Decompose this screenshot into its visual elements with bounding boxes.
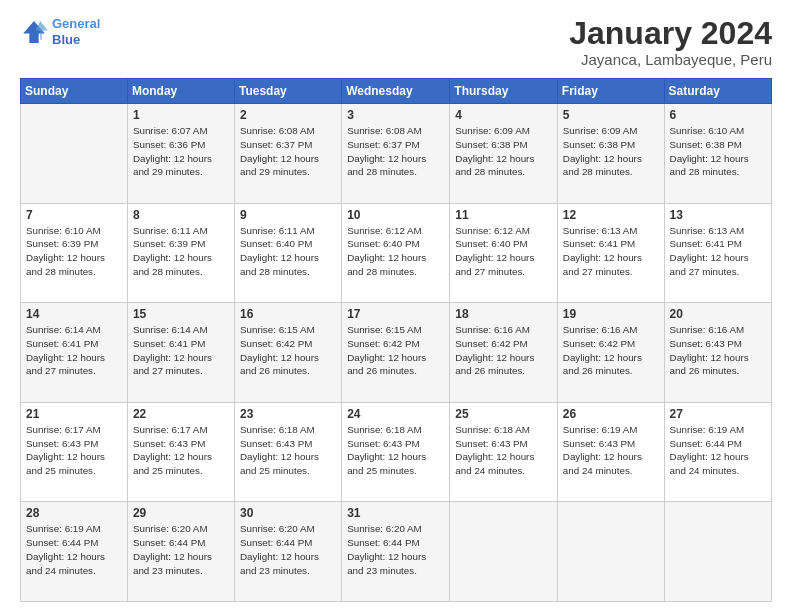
day-info: Sunrise: 6:14 AM Sunset: 6:41 PM Dayligh… (133, 323, 229, 378)
day-info: Sunrise: 6:11 AM Sunset: 6:39 PM Dayligh… (133, 224, 229, 279)
day-info: Sunrise: 6:14 AM Sunset: 6:41 PM Dayligh… (26, 323, 122, 378)
day-info: Sunrise: 6:09 AM Sunset: 6:38 PM Dayligh… (563, 124, 659, 179)
day-info: Sunrise: 6:08 AM Sunset: 6:37 PM Dayligh… (347, 124, 444, 179)
title-block: January 2024 Jayanca, Lambayeque, Peru (569, 16, 772, 68)
calendar-header-sunday: Sunday (21, 79, 128, 104)
day-number: 10 (347, 208, 444, 222)
day-number: 12 (563, 208, 659, 222)
day-number: 25 (455, 407, 552, 421)
day-number: 23 (240, 407, 336, 421)
calendar-cell: 15Sunrise: 6:14 AM Sunset: 6:41 PM Dayli… (127, 303, 234, 403)
calendar-cell: 10Sunrise: 6:12 AM Sunset: 6:40 PM Dayli… (342, 203, 450, 303)
calendar-week-4: 28Sunrise: 6:19 AM Sunset: 6:44 PM Dayli… (21, 502, 772, 602)
logo: General Blue (20, 16, 100, 47)
calendar-cell: 5Sunrise: 6:09 AM Sunset: 6:38 PM Daylig… (557, 104, 664, 204)
calendar-cell: 19Sunrise: 6:16 AM Sunset: 6:42 PM Dayli… (557, 303, 664, 403)
calendar-cell: 27Sunrise: 6:19 AM Sunset: 6:44 PM Dayli… (664, 402, 771, 502)
calendar-header-friday: Friday (557, 79, 664, 104)
calendar-cell: 21Sunrise: 6:17 AM Sunset: 6:43 PM Dayli… (21, 402, 128, 502)
day-number: 24 (347, 407, 444, 421)
calendar-header-wednesday: Wednesday (342, 79, 450, 104)
day-number: 1 (133, 108, 229, 122)
day-info: Sunrise: 6:10 AM Sunset: 6:39 PM Dayligh… (26, 224, 122, 279)
day-number: 11 (455, 208, 552, 222)
day-number: 29 (133, 506, 229, 520)
calendar-cell: 30Sunrise: 6:20 AM Sunset: 6:44 PM Dayli… (234, 502, 341, 602)
day-info: Sunrise: 6:20 AM Sunset: 6:44 PM Dayligh… (133, 522, 229, 577)
day-number: 22 (133, 407, 229, 421)
day-number: 3 (347, 108, 444, 122)
calendar-cell: 8Sunrise: 6:11 AM Sunset: 6:39 PM Daylig… (127, 203, 234, 303)
day-info: Sunrise: 6:12 AM Sunset: 6:40 PM Dayligh… (347, 224, 444, 279)
day-info: Sunrise: 6:17 AM Sunset: 6:43 PM Dayligh… (26, 423, 122, 478)
day-number: 20 (670, 307, 766, 321)
day-info: Sunrise: 6:16 AM Sunset: 6:43 PM Dayligh… (670, 323, 766, 378)
calendar-cell: 26Sunrise: 6:19 AM Sunset: 6:43 PM Dayli… (557, 402, 664, 502)
day-info: Sunrise: 6:18 AM Sunset: 6:43 PM Dayligh… (240, 423, 336, 478)
calendar-cell: 4Sunrise: 6:09 AM Sunset: 6:38 PM Daylig… (450, 104, 558, 204)
calendar-cell (450, 502, 558, 602)
calendar-cell: 11Sunrise: 6:12 AM Sunset: 6:40 PM Dayli… (450, 203, 558, 303)
calendar-header-saturday: Saturday (664, 79, 771, 104)
day-info: Sunrise: 6:16 AM Sunset: 6:42 PM Dayligh… (455, 323, 552, 378)
calendar-header-thursday: Thursday (450, 79, 558, 104)
day-number: 31 (347, 506, 444, 520)
day-number: 5 (563, 108, 659, 122)
page: General Blue January 2024 Jayanca, Lamba… (0, 0, 792, 612)
day-number: 14 (26, 307, 122, 321)
day-number: 9 (240, 208, 336, 222)
calendar-cell: 22Sunrise: 6:17 AM Sunset: 6:43 PM Dayli… (127, 402, 234, 502)
calendar-header-tuesday: Tuesday (234, 79, 341, 104)
calendar-week-1: 7Sunrise: 6:10 AM Sunset: 6:39 PM Daylig… (21, 203, 772, 303)
logo-icon (20, 18, 48, 46)
calendar-cell: 9Sunrise: 6:11 AM Sunset: 6:40 PM Daylig… (234, 203, 341, 303)
day-number: 7 (26, 208, 122, 222)
day-number: 26 (563, 407, 659, 421)
day-info: Sunrise: 6:09 AM Sunset: 6:38 PM Dayligh… (455, 124, 552, 179)
calendar-cell: 23Sunrise: 6:18 AM Sunset: 6:43 PM Dayli… (234, 402, 341, 502)
calendar-cell (21, 104, 128, 204)
day-number: 27 (670, 407, 766, 421)
day-info: Sunrise: 6:18 AM Sunset: 6:43 PM Dayligh… (455, 423, 552, 478)
calendar-cell: 31Sunrise: 6:20 AM Sunset: 6:44 PM Dayli… (342, 502, 450, 602)
calendar-cell: 28Sunrise: 6:19 AM Sunset: 6:44 PM Dayli… (21, 502, 128, 602)
calendar-cell: 14Sunrise: 6:14 AM Sunset: 6:41 PM Dayli… (21, 303, 128, 403)
day-info: Sunrise: 6:15 AM Sunset: 6:42 PM Dayligh… (240, 323, 336, 378)
day-number: 16 (240, 307, 336, 321)
calendar-cell: 3Sunrise: 6:08 AM Sunset: 6:37 PM Daylig… (342, 104, 450, 204)
day-number: 13 (670, 208, 766, 222)
day-info: Sunrise: 6:18 AM Sunset: 6:43 PM Dayligh… (347, 423, 444, 478)
day-info: Sunrise: 6:19 AM Sunset: 6:43 PM Dayligh… (563, 423, 659, 478)
calendar-table: SundayMondayTuesdayWednesdayThursdayFrid… (20, 78, 772, 602)
calendar-week-2: 14Sunrise: 6:14 AM Sunset: 6:41 PM Dayli… (21, 303, 772, 403)
calendar-cell: 2Sunrise: 6:08 AM Sunset: 6:37 PM Daylig… (234, 104, 341, 204)
day-info: Sunrise: 6:19 AM Sunset: 6:44 PM Dayligh… (26, 522, 122, 577)
calendar-cell: 6Sunrise: 6:10 AM Sunset: 6:38 PM Daylig… (664, 104, 771, 204)
calendar-cell: 20Sunrise: 6:16 AM Sunset: 6:43 PM Dayli… (664, 303, 771, 403)
calendar-cell: 29Sunrise: 6:20 AM Sunset: 6:44 PM Dayli… (127, 502, 234, 602)
calendar-cell: 7Sunrise: 6:10 AM Sunset: 6:39 PM Daylig… (21, 203, 128, 303)
calendar-cell (664, 502, 771, 602)
header: General Blue January 2024 Jayanca, Lamba… (20, 16, 772, 68)
day-info: Sunrise: 6:16 AM Sunset: 6:42 PM Dayligh… (563, 323, 659, 378)
day-number: 8 (133, 208, 229, 222)
calendar-cell: 12Sunrise: 6:13 AM Sunset: 6:41 PM Dayli… (557, 203, 664, 303)
calendar-header-row: SundayMondayTuesdayWednesdayThursdayFrid… (21, 79, 772, 104)
day-info: Sunrise: 6:07 AM Sunset: 6:36 PM Dayligh… (133, 124, 229, 179)
calendar-cell: 25Sunrise: 6:18 AM Sunset: 6:43 PM Dayli… (450, 402, 558, 502)
day-info: Sunrise: 6:20 AM Sunset: 6:44 PM Dayligh… (347, 522, 444, 577)
calendar-cell: 16Sunrise: 6:15 AM Sunset: 6:42 PM Dayli… (234, 303, 341, 403)
day-number: 28 (26, 506, 122, 520)
day-number: 15 (133, 307, 229, 321)
calendar-cell: 17Sunrise: 6:15 AM Sunset: 6:42 PM Dayli… (342, 303, 450, 403)
day-number: 30 (240, 506, 336, 520)
day-info: Sunrise: 6:12 AM Sunset: 6:40 PM Dayligh… (455, 224, 552, 279)
day-number: 19 (563, 307, 659, 321)
calendar-cell (557, 502, 664, 602)
calendar-week-0: 1Sunrise: 6:07 AM Sunset: 6:36 PM Daylig… (21, 104, 772, 204)
day-info: Sunrise: 6:19 AM Sunset: 6:44 PM Dayligh… (670, 423, 766, 478)
day-info: Sunrise: 6:20 AM Sunset: 6:44 PM Dayligh… (240, 522, 336, 577)
day-number: 6 (670, 108, 766, 122)
day-number: 2 (240, 108, 336, 122)
page-title: January 2024 (569, 16, 772, 51)
